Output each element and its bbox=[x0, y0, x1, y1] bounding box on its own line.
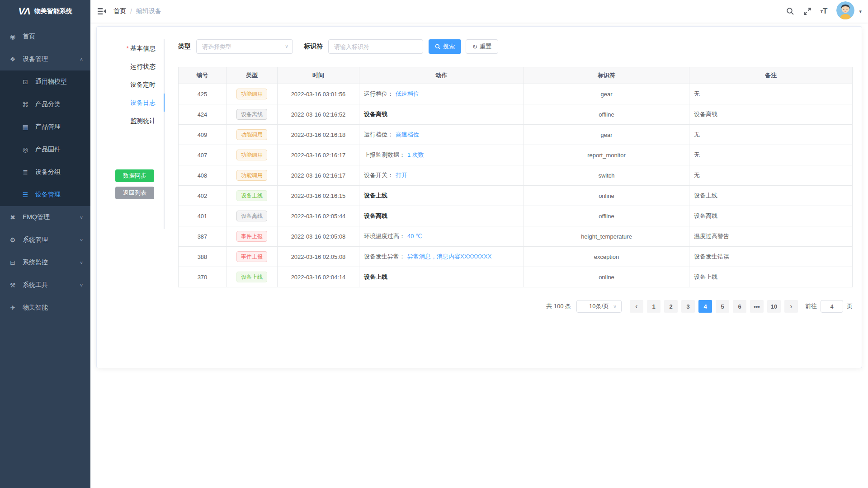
identifier-input[interactable] bbox=[328, 39, 423, 54]
pagination: 共 100 条 10条/页 ∨ ‹ 1 2 3 4 5 6 ••• 10 bbox=[178, 300, 853, 313]
type-select[interactable]: ∨ bbox=[196, 39, 293, 54]
list-icon: ☰ bbox=[22, 191, 29, 198]
user-menu[interactable]: ▾ bbox=[836, 1, 862, 21]
log-type-tag: 设备离线 bbox=[236, 109, 267, 120]
device-tabs: *基本信息 运行状态 设备定时 设备日志 监测统计 数据同步 bbox=[106, 39, 165, 229]
tab-device-log[interactable]: 设备日志 bbox=[106, 94, 164, 112]
font-size-icon[interactable]: тT bbox=[821, 7, 828, 16]
sidebar-item-device-list[interactable]: ☰ 设备管理 bbox=[0, 183, 90, 206]
log-type-tag: 设备上线 bbox=[236, 272, 267, 282]
tab-device-timer[interactable]: 设备定时 bbox=[106, 75, 164, 94]
goto-unit: 页 bbox=[847, 302, 853, 310]
reset-button[interactable]: ↻ 重置 bbox=[466, 39, 498, 54]
fullscreen-icon[interactable] bbox=[803, 7, 811, 15]
col-header-type: 类型 bbox=[226, 67, 278, 84]
dashboard-icon: ◉ bbox=[9, 33, 16, 40]
log-type-tag: 功能调用 bbox=[236, 170, 267, 181]
page-size-select[interactable]: 10条/页 ∨ bbox=[576, 300, 622, 313]
action-link[interactable]: 打开 bbox=[396, 172, 407, 178]
search-icon bbox=[435, 44, 441, 50]
sidebar-item-product-management[interactable]: ▦ 产品管理 bbox=[0, 116, 90, 138]
data-sync-button[interactable]: 数据同步 bbox=[115, 169, 154, 182]
sidebar: VΛ 物美智能系统 ◉ 首页 ❖ 设备管理 ∧ ⊡ 通用物模型 ⌘ 产品分类 ▦… bbox=[0, 0, 90, 488]
logo-icon: VΛ bbox=[18, 5, 29, 17]
action-link[interactable]: 高速档位 bbox=[396, 131, 419, 138]
more-pages-button[interactable]: ••• bbox=[750, 300, 764, 313]
page-button-4[interactable]: 4 bbox=[698, 300, 712, 313]
page-button-10[interactable]: 10 bbox=[767, 300, 781, 313]
sidebar-item-label: 设备管理 bbox=[23, 55, 48, 63]
sidebar-item-label: 系统工具 bbox=[23, 281, 48, 289]
page-button-5[interactable]: 5 bbox=[716, 300, 729, 313]
table-row: 424 设备离线 2022-03-16 02:16:52 设备离线 offlin… bbox=[179, 104, 853, 125]
required-mark: * bbox=[127, 45, 129, 52]
type-select-input[interactable] bbox=[196, 39, 293, 54]
gear-icon: ⚙ bbox=[9, 236, 16, 244]
table-row: 407 功能调用 2022-03-16 02:16:17 上报监测数据：1 次数… bbox=[179, 145, 853, 165]
monitor-icon: ⊟ bbox=[9, 259, 16, 266]
log-type-tag: 功能调用 bbox=[236, 129, 267, 140]
goto-label: 前往 bbox=[805, 302, 817, 310]
log-type-tag: 功能调用 bbox=[236, 89, 267, 99]
col-header-action: 动作 bbox=[359, 67, 524, 84]
chevron-down-icon: ∨ bbox=[80, 260, 83, 265]
page-button-3[interactable]: 3 bbox=[681, 300, 695, 313]
avatar[interactable] bbox=[836, 1, 854, 21]
grid-icon: ▦ bbox=[22, 123, 29, 131]
tab-basic-info[interactable]: *基本信息 bbox=[106, 39, 164, 57]
page-button-2[interactable]: 2 bbox=[664, 300, 678, 313]
app-logo[interactable]: VΛ 物美智能系统 bbox=[0, 0, 90, 23]
app-main: *基本信息 运行状态 设备定时 设备日志 监测统计 数据同步 bbox=[90, 23, 868, 488]
sidebar-item-device-group[interactable]: ≣ 设备分组 bbox=[0, 161, 90, 183]
sidebar-item-label: 系统监控 bbox=[23, 258, 48, 267]
identifier-field[interactable] bbox=[328, 39, 423, 54]
chevron-up-icon: ∧ bbox=[80, 57, 83, 61]
tab-monitor-stats[interactable]: 监测统计 bbox=[106, 112, 164, 130]
action-link[interactable]: 异常消息，消息内容XXXXXXXX bbox=[407, 253, 491, 260]
sidebar-item-emq[interactable]: ✖ EMQ管理 ∨ bbox=[0, 206, 90, 229]
log-type-tag: 事件上报 bbox=[236, 251, 267, 262]
cube-icon: ⊡ bbox=[22, 78, 29, 85]
page-button-1[interactable]: 1 bbox=[647, 300, 660, 313]
sidebar-item-label: 系统管理 bbox=[23, 236, 48, 244]
back-to-list-button[interactable]: 返回列表 bbox=[115, 187, 154, 199]
table-row: 409 功能调用 2022-03-16 02:16:18 运行档位：高速档位 g… bbox=[179, 125, 853, 145]
top-navbar: 首页 / 编辑设备 тT bbox=[90, 0, 868, 23]
type-label: 类型 bbox=[178, 42, 191, 51]
search-icon[interactable] bbox=[786, 7, 794, 15]
sidebar-item-system-monitor[interactable]: ⊟ 系统监控 ∨ bbox=[0, 251, 90, 274]
prev-page-button[interactable]: ‹ bbox=[630, 300, 643, 313]
sidebar-item-product-firmware[interactable]: ◎ 产品固件 bbox=[0, 138, 90, 161]
action-link[interactable]: 40 ℃ bbox=[407, 233, 422, 239]
sidebar-item-label: 物美智能 bbox=[23, 304, 48, 312]
col-header-remark: 备注 bbox=[689, 67, 853, 84]
chevron-down-icon: ∨ bbox=[80, 283, 83, 287]
hamburger-icon[interactable] bbox=[90, 0, 113, 23]
action-link[interactable]: 1 次数 bbox=[407, 151, 424, 158]
sidebar-item-device-management[interactable]: ❖ 设备管理 ∧ bbox=[0, 48, 90, 70]
table-row: 401 设备离线 2022-03-16 02:05:44 设备离线 offlin… bbox=[179, 206, 853, 226]
sidebar-item-thing-model[interactable]: ⊡ 通用物模型 bbox=[0, 70, 90, 93]
next-page-button[interactable]: › bbox=[784, 300, 798, 313]
sidebar-item-system-management[interactable]: ⚙ 系统管理 ∨ bbox=[0, 229, 90, 251]
col-header-identifier: 标识符 bbox=[524, 67, 689, 84]
breadcrumb-home[interactable]: 首页 bbox=[113, 7, 126, 15]
goto-page-input[interactable] bbox=[821, 300, 843, 313]
paper-plane-icon: ✈ bbox=[9, 304, 16, 311]
table-row: 408 功能调用 2022-03-16 02:16:17 设备开关：打开 swi… bbox=[179, 165, 853, 186]
edit-device-card: *基本信息 运行状态 设备定时 设备日志 监测统计 数据同步 bbox=[96, 26, 862, 368]
chevron-down-icon: ∨ bbox=[80, 238, 83, 242]
action-link[interactable]: 低速档位 bbox=[396, 90, 419, 97]
sidebar-item-product-category[interactable]: ⌘ 产品分类 bbox=[0, 93, 90, 116]
sidebar-item-label: 产品分类 bbox=[35, 100, 61, 108]
sidebar-item-wumei[interactable]: ✈ 物美智能 bbox=[0, 296, 90, 319]
sidebar-item-home[interactable]: ◉ 首页 bbox=[0, 25, 90, 48]
tree-icon: ⌘ bbox=[22, 101, 29, 108]
sidebar-item-system-tools[interactable]: ⚒ 系统工具 ∨ bbox=[0, 274, 90, 296]
table-row: 402 设备上线 2022-03-16 02:16:15 设备上线 online… bbox=[179, 186, 853, 206]
log-filter-form: 类型 ∨ 标识符 搜索 bbox=[178, 39, 853, 54]
sidebar-item-label: 设备分组 bbox=[35, 168, 61, 176]
page-button-6[interactable]: 6 bbox=[733, 300, 746, 313]
search-button[interactable]: 搜索 bbox=[429, 39, 461, 54]
tab-run-status[interactable]: 运行状态 bbox=[106, 57, 164, 75]
